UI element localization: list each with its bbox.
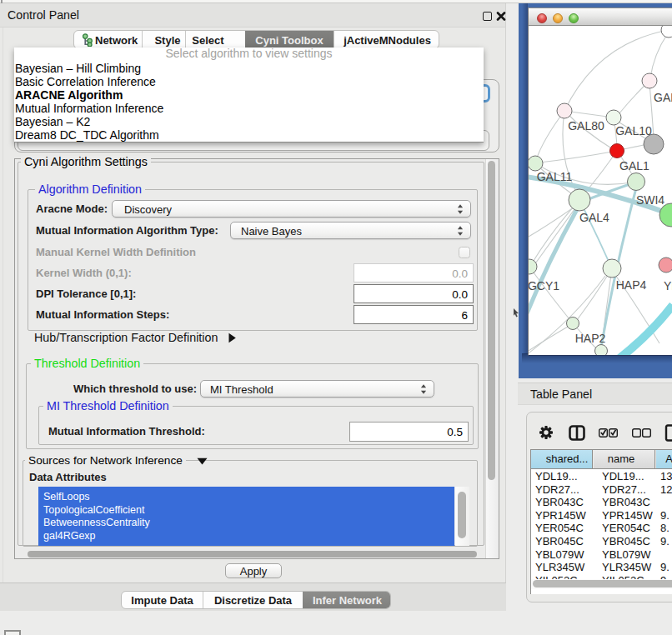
svg-text:YM: YM <box>664 279 672 292</box>
svg-text:GAL2: GAL2 <box>654 91 672 104</box>
svg-text:SWI4: SWI4 <box>636 193 664 207</box>
svg-text:GAL80: GAL80 <box>568 119 604 132</box>
svg-text:GAL1: GAL1 <box>619 159 649 172</box>
svg-text:GAL10: GAL10 <box>615 124 652 138</box>
svg-text:HAP4: HAP4 <box>616 278 647 292</box>
svg-text:HAP2: HAP2 <box>575 332 606 345</box>
svg-text:GAL11: GAL11 <box>537 170 573 183</box>
svg-text:GAL4: GAL4 <box>579 211 609 224</box>
svg-text:GCY1: GCY1 <box>529 279 559 292</box>
